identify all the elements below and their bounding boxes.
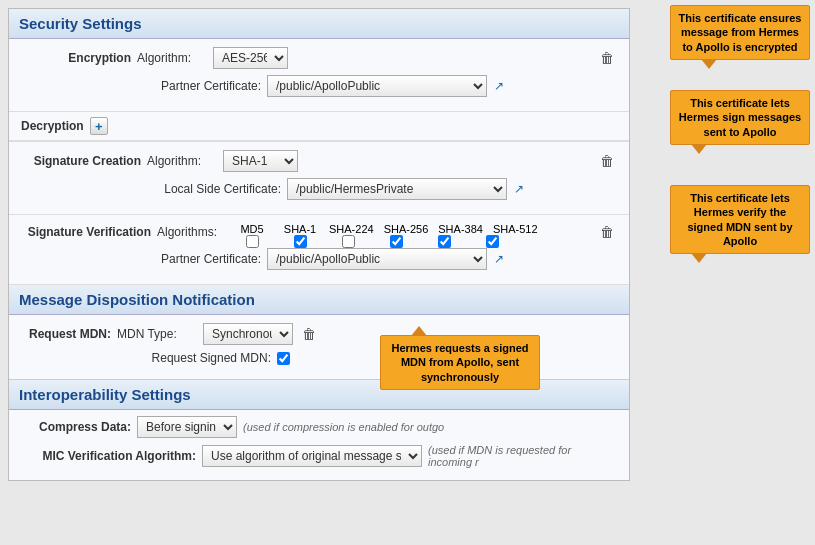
- mic-select[interactable]: Use algorithm of original message signat…: [202, 445, 422, 467]
- mdn-title: Message Disposition Notification: [19, 291, 255, 308]
- sig-creation-cert-row: Local Side Certificate: /public/HermesPr…: [141, 178, 617, 200]
- sig-creation-row: Signature Creation Algorithm: SHA-1 🗑: [21, 150, 617, 172]
- interop-title: Interoperability Settings: [19, 386, 191, 403]
- sig-verif-partner-cert-select[interactable]: /public/ApolloPublic: [267, 248, 487, 270]
- algo-checkbox-sha256[interactable]: [390, 235, 403, 248]
- callout-encryption: This certificate ensures message from He…: [670, 5, 810, 60]
- partner-cert-link-button[interactable]: ↗: [493, 78, 505, 94]
- algo-label-sha384: SHA-384: [438, 223, 483, 235]
- algo-cb-md5: [233, 235, 271, 248]
- algo-label-sha1: SHA-1: [281, 223, 319, 235]
- mic-note: (used if MDN is requested for incoming r: [428, 444, 617, 468]
- sig-creation-algo-select[interactable]: SHA-1: [223, 150, 298, 172]
- algo-label-sha224: SHA-224: [329, 223, 374, 235]
- security-settings-header: Security Settings: [9, 9, 629, 39]
- algo-cb-sha1: [281, 235, 319, 248]
- main-wrapper: Security Settings Encryption Algorithm: …: [0, 0, 815, 545]
- mdn-request-label: Request MDN:: [21, 327, 111, 341]
- signature-verification-section: Signature Verification Algorithms: MD5 S…: [9, 215, 629, 285]
- encryption-row: Encryption Algorithm: AES-256 🗑: [21, 47, 617, 69]
- decryption-add-button[interactable]: +: [90, 117, 108, 135]
- encryption-algo-select[interactable]: AES-256: [213, 47, 288, 69]
- callout-signing: This certificate lets Hermes sign messag…: [670, 90, 810, 145]
- algo-checkbox-sha384[interactable]: [438, 235, 451, 248]
- compress-select[interactable]: Before signing: [137, 416, 237, 438]
- decryption-header: Decryption +: [9, 112, 629, 141]
- algo-labels-row: MD5 SHA-1 SHA-224 SHA-256 SHA-384 SHA-51…: [233, 223, 538, 235]
- mdn-delete-button[interactable]: 🗑: [299, 325, 319, 343]
- algo-label-md5: MD5: [233, 223, 271, 235]
- algo-label-sha512: SHA-512: [493, 223, 538, 235]
- decryption-label: Decryption: [21, 119, 84, 133]
- sig-verif-label: Signature Verification: [21, 223, 151, 239]
- sig-verif-algos-container: MD5 SHA-1 SHA-224 SHA-256 SHA-384 SHA-51…: [233, 223, 538, 248]
- mdn-type-select[interactable]: Synchronous: [203, 323, 293, 345]
- local-cert-label: Local Side Certificate:: [141, 182, 281, 196]
- encryption-section: Encryption Algorithm: AES-256 🗑 Partner …: [9, 39, 629, 112]
- compress-note: (used if compression is enabled for outg…: [243, 421, 444, 433]
- sig-creation-algo-label: Algorithm:: [147, 154, 217, 168]
- sig-verif-algo-label: Algorithms:: [157, 223, 227, 239]
- interop-section: Interoperability Settings Compress Data:…: [9, 379, 629, 480]
- sig-verif-main-row: Signature Verification Algorithms: MD5 S…: [21, 223, 617, 248]
- mdn-signed-label: Request Signed MDN:: [141, 351, 271, 365]
- local-cert-select[interactable]: /public/HermesPrivate: [287, 178, 507, 200]
- sig-verif-delete-button[interactable]: 🗑: [597, 223, 617, 241]
- content-area: Security Settings Encryption Algorithm: …: [8, 8, 630, 481]
- algo-checkboxes-row: [233, 235, 538, 248]
- compress-row: Compress Data: Before signing (used if c…: [21, 416, 617, 438]
- callout-signing-text: This certificate lets Hermes sign messag…: [679, 97, 801, 138]
- encryption-cert-row: Partner Certificate: /public/ApolloPubli…: [141, 75, 617, 97]
- algo-cb-sha224: [329, 235, 367, 248]
- sig-creation-delete-button[interactable]: 🗑: [597, 152, 617, 170]
- encryption-delete-button[interactable]: 🗑: [597, 49, 617, 67]
- callout-mdn-text: Hermes requests a signed MDN from Apollo…: [392, 342, 529, 383]
- callout-verification: This certificate lets Hermes verify the …: [670, 185, 810, 254]
- local-cert-link-button[interactable]: ↗: [513, 181, 525, 197]
- interop-content: Compress Data: Before signing (used if c…: [9, 410, 629, 480]
- mic-label: MIC Verification Algorithm:: [21, 449, 196, 463]
- algo-cb-sha384: [425, 235, 463, 248]
- algo-cb-sha512: [473, 235, 511, 248]
- mdn-type-label: MDN Type:: [117, 327, 197, 341]
- signature-creation-section: Signature Creation Algorithm: SHA-1 🗑 Lo…: [9, 141, 629, 215]
- callout-encryption-text: This certificate ensures message from He…: [679, 12, 802, 53]
- compress-label: Compress Data:: [21, 420, 131, 434]
- algo-label-sha256: SHA-256: [384, 223, 429, 235]
- sig-verif-cert-link-button[interactable]: ↗: [493, 251, 505, 267]
- algo-checkbox-md5[interactable]: [246, 235, 259, 248]
- callout-mdn: Hermes requests a signed MDN from Apollo…: [380, 335, 540, 390]
- encryption-algo-label: Algorithm:: [137, 51, 207, 65]
- sig-creation-label: Signature Creation: [21, 154, 141, 168]
- mdn-signed-checkbox[interactable]: [277, 352, 290, 365]
- mic-row: MIC Verification Algorithm: Use algorith…: [21, 444, 617, 468]
- algo-checkbox-sha1[interactable]: [294, 235, 307, 248]
- security-settings-title: Security Settings: [19, 15, 142, 32]
- sig-verif-partner-cert-label: Partner Certificate:: [141, 252, 261, 266]
- mdn-signed-row: Request Signed MDN:: [141, 351, 617, 365]
- encryption-label: Encryption: [21, 51, 131, 65]
- sig-verif-cert-row: Partner Certificate: /public/ApolloPubli…: [141, 248, 617, 270]
- callout-verification-text: This certificate lets Hermes verify the …: [687, 192, 792, 247]
- partner-cert-select[interactable]: /public/ApolloPublic: [267, 75, 487, 97]
- algo-cb-sha256: [377, 235, 415, 248]
- partner-cert-label: Partner Certificate:: [141, 79, 261, 93]
- mdn-section-header: Message Disposition Notification: [9, 285, 629, 315]
- algo-checkbox-sha224[interactable]: [342, 235, 355, 248]
- algo-checkbox-sha512[interactable]: [486, 235, 499, 248]
